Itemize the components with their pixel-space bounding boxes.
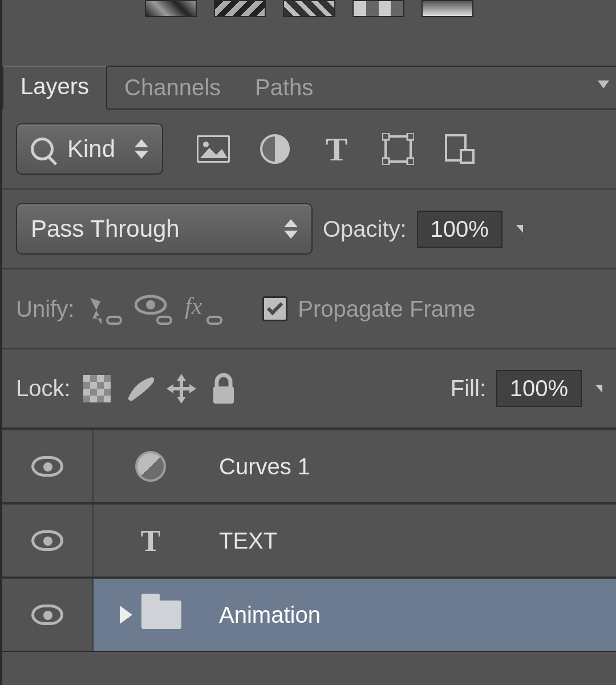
layer-filter-row: Kind T xyxy=(2,110,616,190)
svg-rect-19 xyxy=(97,389,104,396)
svg-rect-14 xyxy=(83,375,90,382)
panel-tabbar: Layers Channels Paths xyxy=(2,67,616,110)
svg-rect-21 xyxy=(104,396,111,402)
tab-paths[interactable]: Paths xyxy=(238,68,330,110)
svg-rect-7 xyxy=(407,158,414,165)
svg-text:fx: fx xyxy=(185,293,202,319)
filter-adjustment-icon[interactable] xyxy=(258,133,292,165)
svg-rect-17 xyxy=(104,382,111,389)
opacity-label: Opacity: xyxy=(323,216,407,242)
lock-label: Lock: xyxy=(16,376,71,401)
unify-label: Unify: xyxy=(16,296,74,322)
visibility-toggle[interactable] xyxy=(2,579,94,651)
filter-smartobject-icon[interactable] xyxy=(443,133,477,165)
blend-row: Pass Through Opacity: 100% xyxy=(2,190,616,269)
layer-name[interactable]: TEXT xyxy=(208,528,616,554)
filter-kind-label: Kind xyxy=(67,135,115,163)
eye-icon xyxy=(31,605,63,625)
layer-name[interactable]: Curves 1 xyxy=(208,454,616,480)
preset-swatch[interactable] xyxy=(145,0,197,17)
layer-thumbnail[interactable] xyxy=(94,430,208,502)
svg-rect-6 xyxy=(382,158,389,165)
folder-icon xyxy=(141,601,181,629)
tab-layers[interactable]: Layers xyxy=(2,66,107,110)
svg-rect-22 xyxy=(213,386,234,404)
unify-style-icon[interactable]: fx xyxy=(185,293,225,325)
filter-pixel-icon[interactable] xyxy=(196,133,230,165)
opacity-value[interactable]: 100% xyxy=(417,211,502,248)
propagate-frame-checkbox[interactable] xyxy=(262,296,287,321)
tab-channels[interactable]: Channels xyxy=(107,68,238,110)
lock-row: Lock: Fill: 100% xyxy=(2,349,616,429)
svg-rect-5 xyxy=(407,133,414,140)
lock-all-icon[interactable] xyxy=(208,373,240,405)
filter-shape-icon[interactable] xyxy=(381,133,415,165)
adjustment-icon xyxy=(135,451,166,482)
layers-panel-container: Layers Channels Paths Kind T xyxy=(0,0,616,685)
blend-mode-value: Pass Through xyxy=(31,215,180,243)
layer-name[interactable]: Animation xyxy=(208,602,616,628)
svg-rect-0 xyxy=(197,136,229,162)
layer-row[interactable]: Animation xyxy=(2,578,616,652)
eye-icon xyxy=(31,456,63,477)
svg-rect-9 xyxy=(461,150,473,163)
filter-kind-dropdown[interactable]: Kind xyxy=(16,123,163,175)
svg-point-1 xyxy=(203,142,209,147)
svg-rect-18 xyxy=(83,389,90,396)
preset-swatch[interactable] xyxy=(283,0,335,17)
panel-menu-icon[interactable] xyxy=(598,80,609,88)
updown-icon xyxy=(135,139,148,159)
layer-thumbnail[interactable] xyxy=(94,579,208,651)
unify-row: Unify: fx Propagate Frame xyxy=(2,269,616,349)
brush-preset-strip xyxy=(2,0,616,66)
layer-thumbnail[interactable]: T xyxy=(94,505,208,577)
fill-value[interactable]: 100% xyxy=(496,370,582,407)
svg-rect-20 xyxy=(90,396,97,402)
unify-position-icon[interactable] xyxy=(84,293,124,325)
preset-swatch[interactable] xyxy=(422,0,473,17)
fill-flyout-icon[interactable] xyxy=(595,385,602,393)
svg-point-11 xyxy=(146,300,155,309)
eye-icon xyxy=(31,530,63,551)
preset-swatch[interactable] xyxy=(352,0,404,17)
layer-row[interactable]: T TEXT xyxy=(2,503,616,578)
disclosure-triangle-icon[interactable] xyxy=(120,606,132,624)
svg-rect-16 xyxy=(90,382,97,389)
search-icon xyxy=(31,138,54,160)
visibility-toggle[interactable] xyxy=(2,430,94,502)
opacity-flyout-icon[interactable] xyxy=(516,225,523,233)
lock-transparency-icon[interactable] xyxy=(81,373,113,405)
lock-pixels-icon[interactable] xyxy=(123,373,155,405)
blend-mode-dropdown[interactable]: Pass Through xyxy=(16,203,313,255)
visibility-toggle[interactable] xyxy=(2,505,94,577)
layer-row[interactable]: Curves 1 xyxy=(2,429,616,503)
svg-rect-15 xyxy=(97,375,104,382)
preset-swatch[interactable] xyxy=(214,0,266,17)
updown-icon xyxy=(284,219,298,239)
layer-list: Curves 1 T TEXT Animation xyxy=(2,429,616,652)
lock-position-icon[interactable] xyxy=(165,373,197,405)
propagate-frame-label: Propagate Frame xyxy=(298,296,475,322)
filter-type-icon[interactable]: T xyxy=(319,133,354,165)
fill-label: Fill: xyxy=(451,376,486,401)
type-icon: T xyxy=(141,524,161,558)
unify-visibility-icon[interactable] xyxy=(135,293,175,325)
layers-panel: Layers Channels Paths Kind T xyxy=(2,66,616,652)
svg-rect-4 xyxy=(382,133,389,140)
check-icon xyxy=(267,299,283,315)
